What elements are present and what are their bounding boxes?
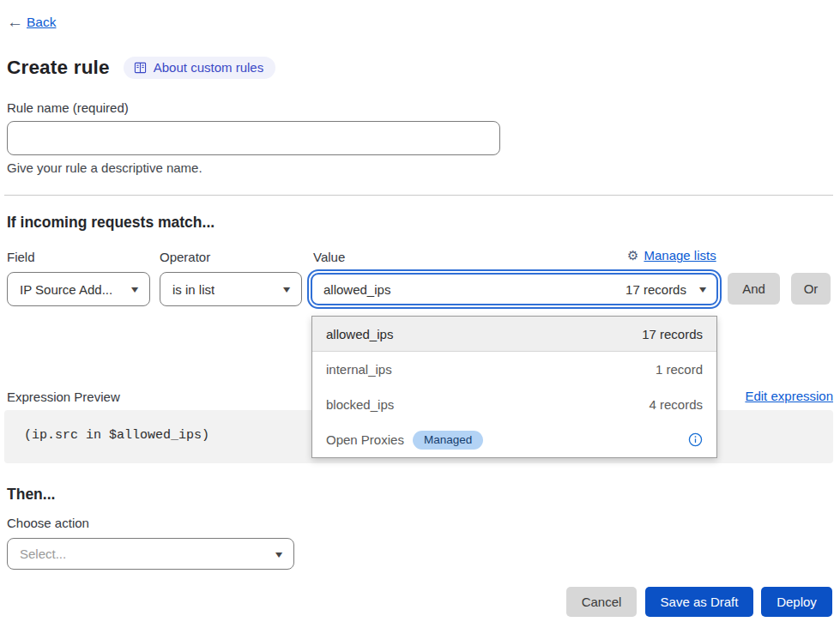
rule-name-helper-text: Give your rule a descriptive name.	[7, 160, 202, 175]
field-select[interactable]: IP Source Add... ▾	[7, 272, 150, 306]
about-badge-label: About custom rules	[154, 60, 263, 75]
value-column-label: Value	[313, 250, 345, 264]
deploy-button[interactable]: Deploy	[761, 587, 832, 617]
about-custom-rules-link[interactable]: About custom rules	[124, 57, 275, 79]
choose-action-label: Choose action	[7, 516, 89, 530]
chevron-down-icon: ▾	[699, 284, 706, 294]
section-divider	[4, 195, 833, 196]
list-item-left: Open Proxies Managed	[326, 431, 483, 450]
cancel-button[interactable]: Cancel	[566, 587, 637, 617]
field-column-label: Field	[7, 250, 35, 264]
manage-lists-link[interactable]: ⚙ Manage lists	[627, 248, 716, 263]
list-item-records: 17 records	[642, 327, 703, 341]
list-item-blocked-ips[interactable]: blocked_ips 4 records	[312, 387, 716, 422]
rule-name-input[interactable]	[7, 121, 500, 155]
value-select[interactable]: allowed_ips 17 records ▾	[311, 273, 718, 305]
gear-icon: ⚙	[627, 249, 638, 262]
save-as-draft-button[interactable]: Save as Draft	[645, 587, 753, 617]
list-item-records: 4 records	[649, 397, 703, 412]
value-dropdown-panel: allowed_ips 17 records internal_ips 1 re…	[311, 316, 717, 458]
list-item-name: allowed_ips	[326, 327, 393, 341]
managed-badge: Managed	[413, 431, 483, 450]
page-title: Create rule	[7, 57, 110, 79]
list-item-open-proxies[interactable]: Open Proxies Managed	[312, 422, 716, 457]
and-button[interactable]: And	[728, 273, 780, 305]
match-section-title: If incoming requests match...	[7, 214, 215, 232]
edit-expression-link[interactable]: Edit expression	[745, 389, 833, 403]
field-select-value: IP Source Add...	[20, 282, 112, 297]
action-select-placeholder: Select...	[20, 546, 66, 561]
then-section-title: Then...	[7, 486, 55, 504]
operator-column-label: Operator	[160, 250, 210, 264]
list-item-name: internal_ips	[326, 362, 392, 377]
chevron-down-icon: ▾	[275, 549, 282, 559]
title-row: Create rule About custom rules	[7, 57, 275, 79]
value-select-records: 17 records	[625, 282, 686, 297]
chevron-down-icon: ▾	[131, 284, 138, 294]
manage-lists-label: Manage lists	[644, 248, 716, 263]
list-item-records: 1 record	[656, 362, 703, 377]
expression-preview-label: Expression Preview	[7, 389, 120, 404]
chevron-down-icon: ▾	[283, 284, 290, 294]
back-link[interactable]: ← Back	[7, 14, 56, 30]
or-button[interactable]: Or	[791, 273, 831, 305]
back-link-label: Back	[27, 15, 56, 30]
list-item-name: blocked_ips	[326, 397, 394, 412]
action-select[interactable]: Select... ▾	[7, 538, 294, 570]
back-arrow-icon: ←	[7, 14, 23, 30]
operator-select-value: is in list	[172, 282, 215, 297]
list-item-internal-ips[interactable]: internal_ips 1 record	[312, 352, 716, 387]
operator-select[interactable]: is in list ▾	[160, 272, 302, 306]
list-item-allowed-ips[interactable]: allowed_ips 17 records	[312, 317, 716, 352]
value-select-right: 17 records ▾	[625, 282, 705, 297]
list-item-name: Open Proxies	[326, 432, 404, 447]
book-icon	[134, 62, 147, 74]
info-icon[interactable]	[688, 432, 703, 447]
rule-name-label: Rule name (required)	[7, 100, 129, 115]
create-rule-page: ← Back Create rule About custom rules Ru…	[0, 0, 840, 634]
value-select-selected: allowed_ips	[323, 282, 390, 297]
expression-code: (ip.src in $allowed_ips)	[24, 428, 209, 443]
